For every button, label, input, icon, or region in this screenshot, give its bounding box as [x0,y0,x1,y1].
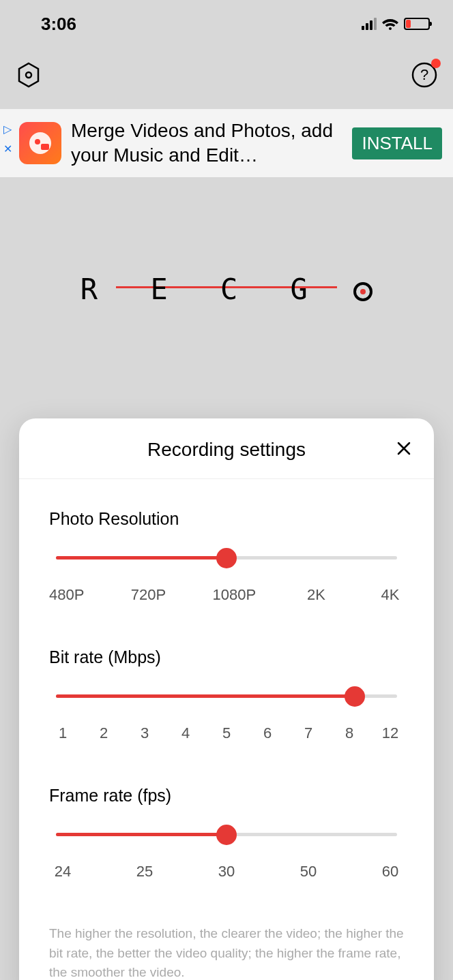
resolution-marks: 480P 720P 1080P 2K 4K [49,586,404,604]
svg-point-5 [35,139,40,144]
status-bar: 3:06 [0,0,453,48]
cellular-signal-icon [362,18,377,30]
bitrate-option[interactable]: 8 [336,724,363,742]
resolution-label: Photo Resolution [49,509,404,529]
resolution-option[interactable]: 2K [303,586,330,604]
bitrate-option[interactable]: 1 [49,724,76,742]
framerate-label: Frame rate (fps) [49,786,404,806]
ad-marker-icon[interactable]: ▷✕ [3,123,12,155]
modal-body: Photo Resolution 480P 720P 1080P 2K 4K B… [19,479,434,980]
framerate-marks: 24 25 30 50 60 [49,863,404,881]
wifi-icon [382,17,398,31]
logo-target-icon [353,282,372,301]
framerate-option[interactable]: 25 [131,863,158,881]
setting-framerate: Frame rate (fps) 24 25 30 50 60 [49,786,404,881]
bitrate-slider-thumb[interactable] [345,686,365,707]
bitrate-option[interactable]: 2 [90,724,117,742]
svg-point-4 [29,132,51,154]
framerate-option[interactable]: 30 [213,863,240,881]
ad-text: Merge Videos and Photos, add your Music … [71,119,342,168]
bitrate-option[interactable]: 7 [295,724,322,742]
svg-rect-6 [41,144,49,150]
settings-hint: The higher the resolution, the clearer t… [49,924,404,980]
logo-text: R E C G [81,273,360,306]
framerate-slider[interactable] [56,825,397,844]
battery-icon [404,18,430,30]
ad-app-icon [19,122,61,164]
top-bar: ? [0,56,453,97]
resolution-option[interactable]: 720P [131,586,166,604]
framerate-slider-thumb[interactable] [216,825,237,845]
bitrate-slider[interactable] [56,686,397,705]
settings-icon[interactable] [15,61,42,91]
recording-settings-modal: Recording settings Photo Resolution 480P… [19,418,434,980]
resolution-option[interactable]: 4K [377,586,404,604]
close-button[interactable] [393,438,415,459]
status-icons [362,17,433,31]
bitrate-option[interactable]: 5 [213,724,240,742]
svg-text:?: ? [420,66,428,83]
bitrate-option[interactable]: 3 [131,724,158,742]
status-time: 3:06 [20,14,76,35]
resolution-slider-thumb[interactable] [216,548,237,568]
framerate-option[interactable]: 24 [49,863,76,881]
bitrate-option[interactable]: 4 [172,724,199,742]
setting-resolution: Photo Resolution 480P 720P 1080P 2K 4K [49,509,404,604]
notification-dot-icon [431,59,441,68]
svg-marker-0 [19,63,38,87]
modal-title: Recording settings [19,439,434,461]
framerate-option[interactable]: 50 [295,863,322,881]
bitrate-option[interactable]: 12 [377,724,404,742]
bitrate-label: Bit rate (Mbps) [49,647,404,667]
help-icon[interactable]: ? [411,61,438,91]
install-button[interactable]: INSTALL [352,127,442,159]
bitrate-option[interactable]: 6 [254,724,281,742]
resolution-option[interactable]: 480P [49,586,84,604]
modal-header: Recording settings [19,418,434,479]
framerate-option[interactable]: 60 [377,863,404,881]
app-logo: R E C G [0,273,453,306]
resolution-slider[interactable] [56,548,397,567]
svg-point-1 [26,72,31,78]
close-icon [396,440,412,457]
resolution-option[interactable]: 1080P [213,586,257,604]
setting-bitrate: Bit rate (Mbps) 1 2 3 4 5 6 7 8 12 [49,647,404,742]
ad-banner[interactable]: ▷✕ Merge Videos and Photos, add your Mus… [0,109,453,177]
bitrate-marks: 1 2 3 4 5 6 7 8 12 [49,724,404,742]
